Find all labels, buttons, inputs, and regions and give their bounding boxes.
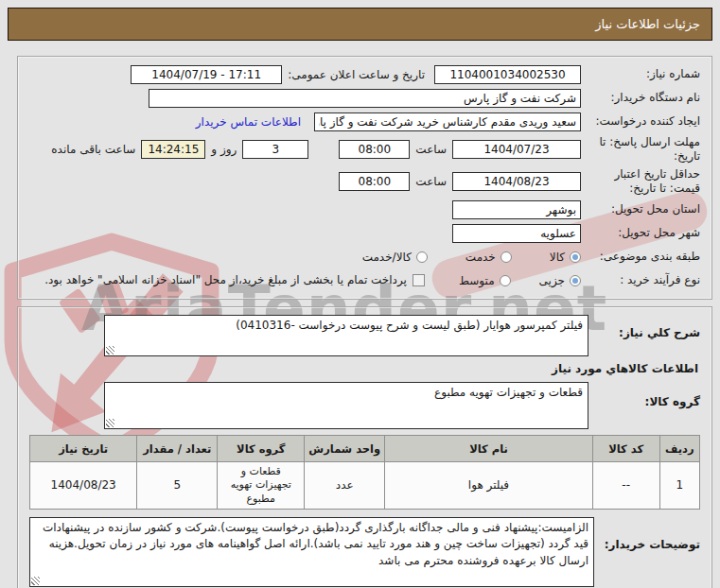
buyer-notes-label: توضیحات خریدار:: [594, 517, 700, 553]
radio-service-label: خدمت: [465, 251, 496, 264]
province-row: استان محل تحویل:: [29, 199, 700, 219]
treasury-checkbox-icon[interactable]: [413, 274, 425, 286]
col-quantity: تعداد / مقدار: [137, 436, 218, 462]
goods-table-row[interactable]: 1 -- فیلتر هوا عدد قطعات و تجهیزات تهویه…: [30, 462, 700, 510]
buyer-org-row: نام دستگاه خریدار:: [29, 88, 700, 108]
creator-row: ایجاد کننده درخواست: اطلاعات تماس خریدار: [29, 112, 700, 131]
days-label: روز و: [211, 143, 237, 156]
goods-group-text: قطعات و تجهیزات تهویه مطبوع: [434, 386, 583, 399]
process-type-label: نوع فرآیند خرید :: [581, 273, 700, 287]
province-field[interactable]: [452, 200, 581, 219]
resize-grip-icon[interactable]: [31, 577, 40, 585]
buyer-notes-text: الزامیست:پیشنهاد فنی و مالی جداگانه بارگ…: [43, 521, 588, 567]
col-goods-code: کد کالا: [592, 436, 659, 462]
resize-grip-icon[interactable]: [106, 419, 114, 427]
radio-service-icon[interactable]: [500, 251, 512, 263]
need-details-panel: شرح کلي نیاز: فیلتر کمپرسور هوایار (طبق …: [17, 306, 712, 588]
subject-option-goods-service[interactable]: کالا/خدمت: [362, 251, 428, 264]
goods-table-header-row: ردیف کد کالا نام کالا واحد شمارش گروه کا…: [30, 436, 700, 462]
cell-goods-code: --: [592, 462, 659, 510]
deadline-label: مهلت ارسال پاسخ: تا تاریخ:: [581, 135, 700, 164]
cell-row-number: 1: [659, 462, 699, 510]
buyer-notes-row: توضیحات خریدار: الزامیست:پیشنهاد فنی و م…: [29, 517, 700, 587]
radio-goods-label: کالا: [550, 251, 565, 264]
days-remaining-field[interactable]: [242, 140, 308, 159]
deadline-hour-field[interactable]: [339, 140, 410, 159]
goods-section-title: اطلاعات کالاهاي مورد نیاز: [29, 362, 698, 375]
request-info-panel: شماره نیاز: تاریخ و ساعت اعلان عمومی: نا…: [17, 56, 712, 300]
city-field[interactable]: [452, 224, 581, 243]
goods-group-textarea[interactable]: قطعات و تجهیزات تهویه مطبوع: [104, 382, 588, 429]
radio-goods-icon[interactable]: [570, 251, 581, 263]
deadline-hour-label: ساعت: [415, 143, 447, 156]
price-validity-date-field[interactable]: [452, 172, 581, 191]
radio-goods-service-icon[interactable]: [416, 251, 428, 263]
goods-group-row: گروه کالا: قطعات و تجهیزات تهویه مطبوع: [29, 382, 700, 429]
buyer-contact-link[interactable]: اطلاعات تماس خریدار: [196, 115, 301, 129]
need-desc-row: شرح کلي نیاز: فیلتر کمپرسور هوایار (طبق …: [29, 315, 700, 356]
province-label: استان محل تحویل:: [581, 202, 700, 216]
col-goods-group: گروه کالا: [218, 436, 305, 462]
col-need-date: تاریخ نیاز: [30, 436, 137, 462]
col-row-number: ردیف: [659, 436, 699, 462]
time-remaining-field[interactable]: [141, 140, 205, 159]
cell-quantity: 5: [137, 462, 218, 510]
cell-unit: عدد: [305, 462, 385, 510]
cell-goods-name: فیلتر هوا: [385, 462, 592, 510]
need-desc-textarea[interactable]: فیلتر کمپرسور هوایار (طبق لیست و شرح پیو…: [104, 315, 588, 356]
resize-grip-icon[interactable]: [106, 346, 114, 355]
buyer-notes-textarea[interactable]: الزامیست:پیشنهاد فنی و مالی جداگانه بارگ…: [29, 517, 594, 587]
cell-goods-group: قطعات و تجهیزات تهویه مطبوع: [218, 462, 305, 510]
subject-class-label: طبقه بندی موضوعی:: [581, 250, 700, 264]
subject-class-row: طبقه بندی موضوعی: کالا خدمت کالا/خدمت: [29, 247, 700, 267]
treasury-checkbox-label: پرداخت تمام یا بخشی از مبلغ خرید،از محل …: [44, 273, 407, 286]
radio-goods-service-label: کالا/خدمت: [362, 251, 412, 264]
need-number-label: شماره نیاز:: [581, 67, 700, 81]
price-validity-label: حداقل تاریخ اعتبار قیمت: تا تاریخ:: [581, 167, 700, 196]
goods-group-label: گروه کالا:: [588, 382, 700, 410]
buyer-org-label: نام دستگاه خریدار:: [581, 91, 700, 105]
announce-label: تاریخ و ساعت اعلان عمومی:: [288, 68, 425, 81]
goods-table: ردیف کد کالا نام کالا واحد شمارش گروه کا…: [29, 435, 700, 510]
announce-datetime-field[interactable]: [131, 65, 282, 84]
city-row: شهر محل تحویل:: [29, 223, 700, 243]
deadline-date-field[interactable]: [452, 140, 581, 159]
subject-option-goods[interactable]: کالا: [550, 251, 581, 264]
radio-medium-label: متوسط: [459, 274, 495, 287]
price-validity-hour-field[interactable]: [339, 172, 410, 191]
subject-option-service[interactable]: خدمت: [465, 251, 512, 264]
need-number-field[interactable]: [434, 65, 581, 84]
page-title: جزئیات اطلاعات نیاز: [595, 17, 700, 31]
col-unit: واحد شمارش: [305, 436, 385, 462]
city-label: شهر محل تحویل:: [581, 226, 700, 240]
need-number-row: شماره نیاز: تاریخ و ساعت اعلان عمومی:: [29, 64, 700, 84]
need-desc-text: فیلتر کمپرسور هوایار (طبق لیست و شرح پیو…: [236, 319, 583, 332]
buyer-org-field[interactable]: [149, 89, 581, 108]
col-goods-name: نام کالا: [385, 436, 592, 462]
radio-medium-icon[interactable]: [500, 275, 511, 286]
price-validity-row: حداقل تاریخ اعتبار قیمت: تا تاریخ: ساعت: [29, 167, 700, 196]
process-type-row: نوع فرآیند خرید : جزیی متوسط پرداخت تمام…: [29, 270, 700, 290]
creator-label: ایجاد کننده درخواست:: [581, 114, 700, 129]
process-option-medium[interactable]: متوسط: [459, 274, 511, 287]
need-desc-label: شرح کلي نیاز:: [588, 315, 700, 341]
radio-minor-label: جزیی: [539, 274, 565, 287]
page-title-bar: جزئیات اطلاعات نیاز: [8, 8, 712, 41]
deadline-row: مهلت ارسال پاسخ: تا تاریخ: ساعت روز و سا…: [29, 135, 700, 164]
treasury-payment-option[interactable]: پرداخت تمام یا بخشی از مبلغ خرید،از محل …: [44, 273, 425, 286]
creator-field[interactable]: [314, 112, 581, 131]
radio-minor-icon[interactable]: [570, 275, 581, 286]
process-option-minor[interactable]: جزیی: [539, 274, 581, 287]
remaining-label: ساعت باقی مانده: [51, 143, 135, 156]
cell-need-date: 1404/08/23: [30, 462, 137, 510]
price-validity-hour-label: ساعت: [415, 175, 447, 188]
